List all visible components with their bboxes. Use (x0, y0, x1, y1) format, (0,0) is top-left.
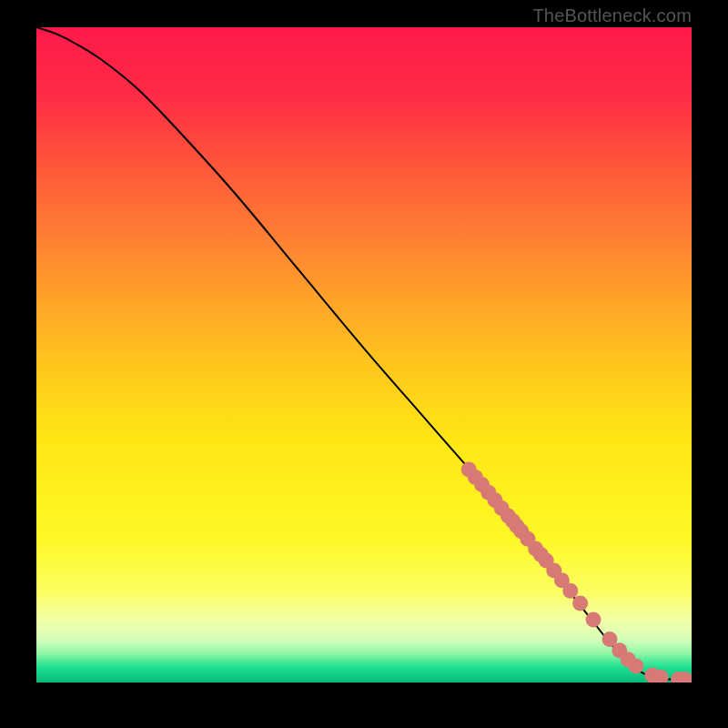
chart-svg (36, 27, 692, 682)
branding-watermark: TheBottleneck.com (532, 5, 692, 26)
data-point (562, 583, 578, 599)
data-point (586, 612, 602, 627)
plot-area (36, 27, 692, 682)
gradient-background (36, 27, 692, 682)
chart-frame: TheBottleneck.com (0, 0, 728, 728)
data-point (572, 595, 588, 611)
data-point (628, 659, 643, 674)
